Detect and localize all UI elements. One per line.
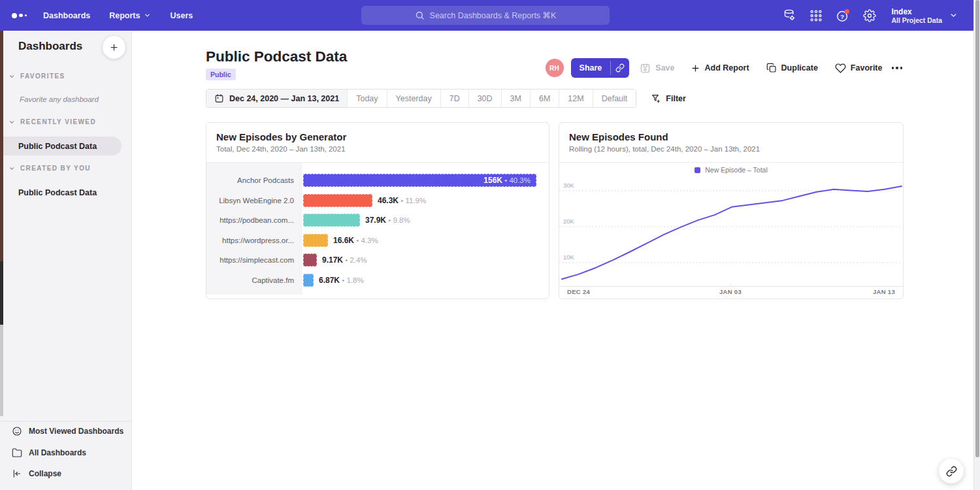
line-series[interactable]: [562, 186, 902, 279]
bar-category-label: https://wordpress.or...: [206, 237, 302, 244]
x-tick-end: JAN 13: [873, 288, 895, 295]
chevron-down-icon: [144, 12, 151, 19]
date-preset-today[interactable]: Today: [347, 90, 386, 107]
bar-track: 9.17K • 2.4%: [302, 253, 549, 267]
bar-track: 6.87K • 1.8%: [302, 274, 549, 287]
date-preset-3m[interactable]: 3M: [501, 90, 530, 107]
nav-reports-label: Reports: [109, 11, 140, 20]
save-icon: [640, 63, 651, 74]
avatar[interactable]: RH: [546, 59, 564, 77]
share-button-label: Share: [571, 58, 611, 78]
svg-text:?: ?: [841, 12, 845, 20]
bar-segment[interactable]: 156K • 40.3%: [303, 174, 536, 187]
chevron-down-icon: [8, 73, 15, 80]
bar-rows: Anchor Podcasts156K • 40.3%Libsyn WebEng…: [206, 171, 549, 290]
favorite-button[interactable]: Favorite: [835, 63, 883, 74]
bar-segment[interactable]: [303, 253, 317, 267]
smiley-icon: [12, 426, 22, 436]
share-link-icon[interactable]: [611, 58, 629, 78]
bar-segment[interactable]: [303, 214, 360, 227]
nav-dashboards[interactable]: Dashboards: [43, 11, 90, 20]
most-viewed-dashboards-button[interactable]: Most Viewed Dashboards: [12, 426, 123, 436]
share-link-fab[interactable]: [939, 459, 964, 483]
main-content: Public Podcast Data Public RH Share Save…: [132, 31, 973, 490]
dashboard-actions: RH Share Save Add Report Duplicate: [546, 58, 904, 78]
legend-swatch: [694, 167, 700, 173]
filter-button[interactable]: Filter: [651, 93, 686, 104]
bar-category-label: https://podbean.com...: [206, 216, 302, 224]
bar-value-label: 6.87K • 1.8%: [319, 276, 364, 285]
bar-track: 16.6K • 4.3%: [302, 234, 549, 247]
collapse-left-icon: [12, 468, 22, 479]
add-dashboard-button[interactable]: [103, 36, 125, 59]
all-dashboards-button[interactable]: All Dashboards: [12, 448, 86, 458]
date-preset-default[interactable]: Default: [593, 90, 636, 107]
bar-chart-plot: Anchor Podcasts156K • 40.3%Libsyn WebEng…: [206, 163, 549, 299]
apps-grid-icon[interactable]: [809, 8, 823, 23]
workspace-selector[interactable]: Index All Project Data: [891, 7, 958, 24]
duplicate-icon: [766, 63, 777, 73]
collapse-sidebar-button[interactable]: Collapse: [12, 468, 61, 479]
line-chart-plot: 30K20K10K DEC 24 JAN 03 JAN 13: [559, 178, 903, 297]
bar-chart-card: New Episodes by Generator Total, Dec 24t…: [206, 122, 549, 299]
bar-row: https://simplecast.com9.17K • 2.4%: [206, 250, 549, 270]
bar-segment[interactable]: [303, 194, 372, 207]
sidebar-item-public-podcast-data[interactable]: Public Podcast Data: [18, 188, 97, 197]
duplicate-button[interactable]: Duplicate: [766, 63, 818, 73]
line-chart-title: New Episodes Found: [569, 131, 893, 142]
nav-users[interactable]: Users: [170, 11, 193, 20]
sidebar-item-public-podcast-data-selected[interactable]: Public Podcast Data: [0, 137, 122, 155]
nav-reports[interactable]: Reports: [109, 11, 151, 20]
filter-funnel-icon: [651, 93, 661, 104]
notification-badge: [845, 8, 849, 13]
sidebar-section-recently-viewed[interactable]: RECENTLY VIEWED: [8, 118, 96, 125]
brand-logo-icon[interactable]: [12, 0, 27, 31]
date-preset-30d[interactable]: 30D: [468, 90, 501, 107]
add-report-button[interactable]: Add Report: [691, 63, 749, 73]
scrollbar-thumb[interactable]: [975, 0, 979, 457]
bar-category-label: https://simplecast.com: [206, 256, 302, 264]
plus-icon: [691, 63, 700, 73]
save-button[interactable]: Save: [640, 63, 674, 74]
date-preset-12m[interactable]: 12M: [559, 90, 592, 107]
global-search-input[interactable]: Search Dashboards & Reports ⌘K: [361, 6, 610, 25]
date-range-selector[interactable]: Dec 24, 2020 — Jan 13, 2021: [206, 90, 347, 107]
date-presets: TodayYesterday7D30D3M6M12MDefault: [347, 90, 636, 107]
bar-category-label: Anchor Podcasts: [206, 176, 302, 184]
sidebar-section-favorites[interactable]: FAVORITES: [8, 73, 65, 80]
date-preset-7d[interactable]: 7D: [440, 90, 468, 107]
bar-chart-title: New Episodes by Generator: [216, 131, 539, 142]
sidebar-section-created-by-you[interactable]: CREATED BY YOU: [8, 165, 91, 172]
date-range-box: Dec 24, 2020 — Jan 13, 2021 TodayYesterd…: [206, 89, 636, 108]
legend-label: New Episode – Total: [705, 166, 768, 174]
page-title: Public Podcast Data: [206, 48, 347, 65]
workspace-name: Index: [891, 7, 942, 16]
bar-row: https://wordpress.or...16.6K • 4.3%: [206, 231, 549, 251]
chevron-down-icon: [949, 11, 958, 20]
bar-segment[interactable]: [303, 234, 328, 247]
chart-legend[interactable]: New Episode – Total: [559, 166, 903, 174]
chevron-down-icon: [8, 119, 15, 125]
bar-segment[interactable]: [303, 274, 314, 287]
bar-chart-header: New Episodes by Generator Total, Dec 24t…: [206, 123, 549, 163]
bar-track: 156K • 40.3%: [302, 174, 549, 187]
primary-nav: Dashboards Reports Users: [43, 0, 193, 31]
sidebar: Dashboards FAVORITES Favorite any dashbo…: [0, 31, 132, 490]
bar-category-label: Captivate.fm: [206, 276, 302, 284]
bar-category-label: Libsyn WebEngine 2.0: [206, 197, 302, 204]
line-chart-svg: 30K20K10K: [559, 178, 903, 287]
settings-icon[interactable]: [862, 8, 877, 23]
date-preset-6m[interactable]: 6M: [530, 90, 559, 107]
app-screen: Dashboards Reports Users Search Dashboar…: [0, 0, 980, 490]
data-sources-icon[interactable]: [782, 8, 796, 23]
x-tick-start: DEC 24: [567, 288, 590, 295]
bar-value-label: 9.17K • 2.4%: [322, 255, 367, 265]
overflow-menu-button[interactable]: [890, 64, 904, 72]
date-preset-yesterday[interactable]: Yesterday: [387, 90, 440, 107]
navbar-right-group: ? Index All Project Data: [782, 0, 958, 31]
public-badge: Public: [206, 69, 236, 80]
date-toolbar: Dec 24, 2020 — Jan 13, 2021 TodayYesterd…: [206, 89, 686, 108]
help-icon[interactable]: ?: [836, 8, 850, 23]
y-tick-label: 30K: [563, 182, 575, 189]
share-button[interactable]: Share: [571, 58, 630, 78]
